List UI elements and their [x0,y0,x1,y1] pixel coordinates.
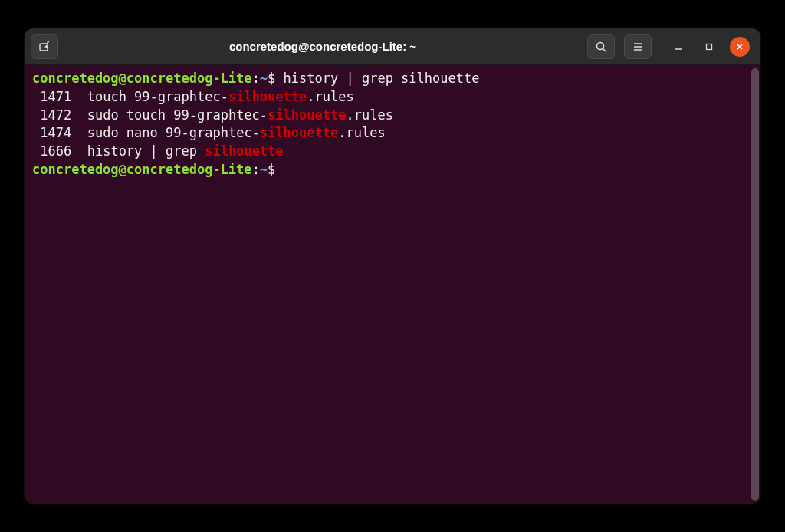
terminal-line: concretedog@concretedog-Lite:~$ history … [32,70,756,88]
prompt-user-host: concretedog@concretedog-Lite [32,162,252,177]
maximize-icon [705,42,714,51]
grep-match: silhouette [268,107,346,123]
typed-command: history | grep silhouette [275,71,479,86]
prompt-user-host: concretedog@concretedog-Lite [32,71,252,86]
close-button[interactable] [730,37,750,57]
terminal-body[interactable]: concretedog@concretedog-Lite:~$ history … [25,65,760,504]
prompt-colon: : [252,71,260,86]
history-line: 1472 sudo touch 99-graphtec-silhouette.r… [32,107,756,125]
menu-button[interactable] [624,34,652,59]
titlebar: concretedog@concretedog-Lite: ~ [25,28,760,65]
grep-match: silhouette [228,89,307,104]
terminal-line: concretedog@concretedog-Lite:~$ [32,161,756,179]
prompt-path: ~ [260,162,268,177]
prompt-colon: : [252,162,260,177]
titlebar-left [31,34,58,59]
scrollbar-thumb[interactable] [751,68,759,501]
prompt-dollar: $ [268,71,275,86]
scrollbar[interactable] [751,68,759,501]
terminal-window: concretedog@concretedog-Lite: ~ [25,28,760,504]
svg-point-3 [597,42,604,49]
window-controls [668,37,750,57]
window-title: concretedog@concretedog-Lite: ~ [64,40,581,53]
prompt-dollar: $ [268,162,275,177]
history-line: 1474 sudo nano 99-graphtec-silhouette.ru… [32,124,756,143]
search-button[interactable] [587,34,615,59]
titlebar-right [587,34,754,59]
svg-rect-9 [707,44,712,49]
grep-match: silhouette [260,125,338,140]
new-tab-icon [38,41,51,53]
history-line: 1666 history | grep silhouette [32,143,756,161]
svg-line-4 [603,48,606,51]
minimize-icon [674,42,683,51]
maximize-button[interactable] [699,37,719,57]
hamburger-icon [632,41,644,53]
history-line: 1471 touch 99-graphtec-silhouette.rules [32,88,756,107]
search-icon [595,41,607,53]
grep-match: silhouette [205,143,283,159]
new-tab-button[interactable] [31,34,58,59]
minimize-button[interactable] [668,37,688,57]
close-icon [735,42,744,51]
prompt-path: ~ [260,71,268,86]
